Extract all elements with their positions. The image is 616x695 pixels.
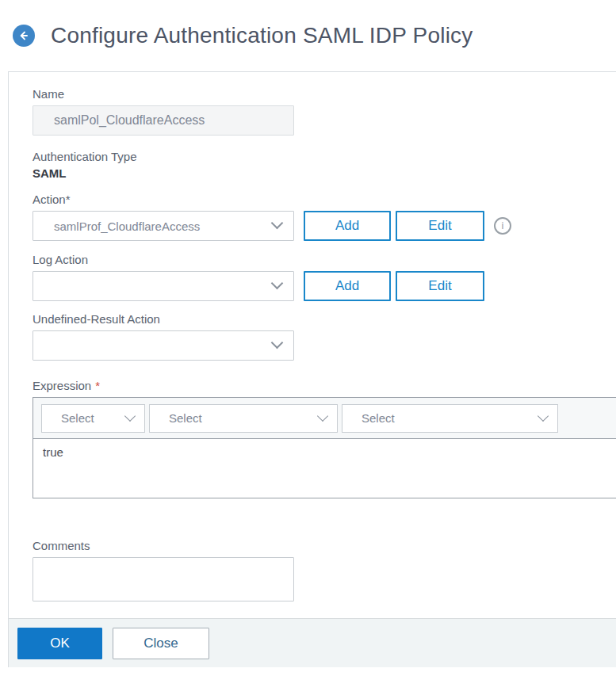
action-row: samlProf_CloudflareAccess Add Edit i [33,211,616,241]
log-action-edit-button[interactable]: Edit [396,271,484,301]
action-label: Action* [33,192,616,207]
name-label: Name [33,86,616,101]
log-action-label: Log Action [33,252,616,267]
expression-select-2[interactable]: Select [149,404,338,433]
ok-button[interactable]: OK [17,628,102,659]
action-select[interactable]: samlProf_CloudflareAccess [33,211,294,241]
comments-label: Comments [33,538,616,553]
comments-textarea[interactable] [33,557,294,601]
name-input [33,105,294,136]
log-action-add-button[interactable]: Add [304,271,391,301]
action-edit-button[interactable]: Edit [396,211,484,241]
undefined-result-action-select[interactable] [33,330,294,361]
footer-bar: OK Close [9,618,616,667]
log-action-select[interactable] [33,271,294,301]
log-action-row: Add Edit [33,271,616,301]
expression-select-1[interactable]: Select [41,404,145,433]
chevron-down-icon [271,217,284,230]
close-button[interactable]: Close [113,628,209,659]
back-button[interactable] [13,25,35,47]
chevron-down-icon [271,337,284,349]
chevron-down-icon [538,410,549,421]
left-arrow-icon [17,29,30,42]
chevron-down-icon [124,410,136,421]
chevron-down-icon [317,410,328,421]
undefined-result-action-label: Undefined-Result Action [33,311,616,326]
expression-textarea[interactable]: true [33,439,616,498]
action-select-value: samlProf_CloudflareAccess [54,220,200,233]
action-add-button[interactable]: Add [304,211,391,241]
page-header: Configure Authentication SAML IDP Policy [0,0,616,71]
authentication-type-label: Authentication Type [33,149,616,164]
page-title: Configure Authentication SAML IDP Policy [51,23,473,48]
policy-form: Name Authentication Type SAML Action* sa… [9,72,616,601]
form-panel: Name Authentication Type SAML Action* sa… [8,71,616,667]
expression-select-3[interactable]: Select [342,404,558,433]
expression-label: Expression* [33,378,616,393]
chevron-down-icon [271,277,284,290]
expression-toolbar: Select Select Select [33,398,616,439]
authentication-type-value: SAML [33,166,616,181]
info-icon[interactable]: i [494,217,511,235]
expression-editor: Select Select Select true [33,397,616,498]
required-asterisk: * [95,379,100,392]
